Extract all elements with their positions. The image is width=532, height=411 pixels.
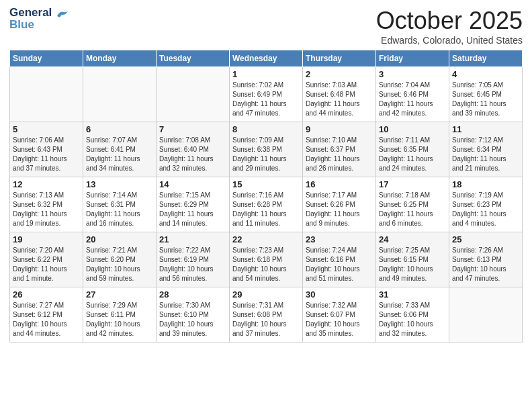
col-header-tuesday: Tuesday — [157, 50, 230, 67]
day-info: Sunrise: 7:15 AM Sunset: 6:29 PM Dayligh… — [159, 191, 226, 228]
day-info: Sunrise: 7:14 AM Sunset: 6:31 PM Dayligh… — [86, 191, 153, 228]
calendar-cell: 29Sunrise: 7:31 AM Sunset: 6:08 PM Dayli… — [230, 287, 303, 342]
day-number: 10 — [379, 124, 446, 134]
day-number: 4 — [452, 69, 519, 79]
day-info: Sunrise: 7:20 AM Sunset: 6:22 PM Dayligh… — [13, 246, 80, 283]
day-info: Sunrise: 7:11 AM Sunset: 6:35 PM Dayligh… — [379, 136, 446, 173]
day-info: Sunrise: 7:07 AM Sunset: 6:41 PM Dayligh… — [86, 136, 153, 173]
calendar-cell: 2Sunrise: 7:03 AM Sunset: 6:48 PM Daylig… — [303, 67, 376, 122]
day-number: 8 — [232, 124, 300, 134]
logo-blue: Blue — [9, 19, 52, 31]
day-number: 24 — [379, 234, 446, 244]
col-header-thursday: Thursday — [303, 50, 376, 67]
day-number: 11 — [452, 124, 519, 134]
day-number: 3 — [379, 69, 446, 79]
day-info: Sunrise: 7:02 AM Sunset: 6:49 PM Dayligh… — [232, 81, 300, 118]
calendar-cell: 24Sunrise: 7:25 AM Sunset: 6:15 PM Dayli… — [376, 232, 449, 287]
day-info: Sunrise: 7:23 AM Sunset: 6:18 PM Dayligh… — [232, 246, 300, 283]
day-info: Sunrise: 7:27 AM Sunset: 6:12 PM Dayligh… — [13, 301, 80, 338]
day-info: Sunrise: 7:24 AM Sunset: 6:16 PM Dayligh… — [306, 246, 373, 283]
day-number: 22 — [232, 234, 300, 244]
logo-general: General — [9, 7, 52, 19]
day-info: Sunrise: 7:09 AM Sunset: 6:38 PM Dayligh… — [232, 136, 300, 173]
calendar-cell: 7Sunrise: 7:08 AM Sunset: 6:40 PM Daylig… — [157, 122, 230, 177]
day-number: 14 — [159, 179, 226, 189]
calendar-cell: 6Sunrise: 7:07 AM Sunset: 6:41 PM Daylig… — [83, 122, 157, 177]
calendar-cell: 19Sunrise: 7:20 AM Sunset: 6:22 PM Dayli… — [10, 232, 83, 287]
month-title: October 2025 — [376, 7, 523, 35]
day-info: Sunrise: 7:31 AM Sunset: 6:08 PM Dayligh… — [232, 301, 300, 338]
day-number: 1 — [232, 69, 300, 79]
col-header-friday: Friday — [376, 50, 449, 67]
week-row-0: 1Sunrise: 7:02 AM Sunset: 6:49 PM Daylig… — [10, 67, 523, 122]
day-info: Sunrise: 7:06 AM Sunset: 6:43 PM Dayligh… — [13, 136, 80, 173]
day-info: Sunrise: 7:04 AM Sunset: 6:46 PM Dayligh… — [379, 81, 446, 118]
day-info: Sunrise: 7:16 AM Sunset: 6:28 PM Dayligh… — [232, 191, 300, 228]
day-number: 17 — [379, 179, 446, 189]
day-number: 9 — [306, 124, 373, 134]
day-number: 25 — [452, 234, 519, 244]
calendar-cell: 8Sunrise: 7:09 AM Sunset: 6:38 PM Daylig… — [230, 122, 303, 177]
col-header-wednesday: Wednesday — [230, 50, 303, 67]
calendar-cell: 30Sunrise: 7:32 AM Sunset: 6:07 PM Dayli… — [303, 287, 376, 342]
day-info: Sunrise: 7:32 AM Sunset: 6:07 PM Dayligh… — [306, 301, 373, 338]
calendar-cell — [449, 287, 523, 342]
calendar-cell: 11Sunrise: 7:12 AM Sunset: 6:34 PM Dayli… — [449, 122, 523, 177]
header: General Blue October 2025 Edwards, Color… — [9, 7, 523, 46]
day-info: Sunrise: 7:10 AM Sunset: 6:37 PM Dayligh… — [306, 136, 373, 173]
day-info: Sunrise: 7:22 AM Sunset: 6:19 PM Dayligh… — [159, 246, 226, 283]
day-info: Sunrise: 7:08 AM Sunset: 6:40 PM Dayligh… — [159, 136, 226, 173]
col-header-monday: Monday — [83, 50, 157, 67]
calendar-cell: 21Sunrise: 7:22 AM Sunset: 6:19 PM Dayli… — [157, 232, 230, 287]
calendar-cell: 31Sunrise: 7:33 AM Sunset: 6:06 PM Dayli… — [376, 287, 449, 342]
day-info: Sunrise: 7:13 AM Sunset: 6:32 PM Dayligh… — [13, 191, 80, 228]
day-number: 20 — [86, 234, 153, 244]
day-info: Sunrise: 7:18 AM Sunset: 6:25 PM Dayligh… — [379, 191, 446, 228]
logo-bird-icon — [54, 9, 69, 23]
calendar-table: SundayMondayTuesdayWednesdayThursdayFrid… — [9, 50, 523, 342]
day-number: 16 — [306, 179, 373, 189]
day-info: Sunrise: 7:25 AM Sunset: 6:15 PM Dayligh… — [379, 246, 446, 283]
day-info: Sunrise: 7:30 AM Sunset: 6:10 PM Dayligh… — [159, 301, 226, 338]
calendar-cell: 4Sunrise: 7:05 AM Sunset: 6:45 PM Daylig… — [449, 67, 523, 122]
day-number: 27 — [86, 289, 153, 300]
day-info: Sunrise: 7:03 AM Sunset: 6:48 PM Dayligh… — [306, 81, 373, 118]
day-number: 5 — [13, 124, 80, 134]
col-header-saturday: Saturday — [449, 50, 523, 67]
calendar-cell: 13Sunrise: 7:14 AM Sunset: 6:31 PM Dayli… — [83, 177, 157, 232]
calendar-cell: 9Sunrise: 7:10 AM Sunset: 6:37 PM Daylig… — [303, 122, 376, 177]
day-number: 7 — [159, 124, 226, 134]
day-info: Sunrise: 7:05 AM Sunset: 6:45 PM Dayligh… — [452, 81, 519, 118]
calendar-cell: 27Sunrise: 7:29 AM Sunset: 6:11 PM Dayli… — [83, 287, 157, 342]
day-number: 29 — [232, 289, 300, 300]
calendar-cell: 1Sunrise: 7:02 AM Sunset: 6:49 PM Daylig… — [230, 67, 303, 122]
day-number: 28 — [159, 289, 226, 300]
calendar-cell — [83, 67, 157, 122]
day-number: 13 — [86, 179, 153, 189]
day-number: 2 — [306, 69, 373, 79]
calendar-cell: 12Sunrise: 7:13 AM Sunset: 6:32 PM Dayli… — [10, 177, 83, 232]
calendar-cell: 20Sunrise: 7:21 AM Sunset: 6:20 PM Dayli… — [83, 232, 157, 287]
week-row-2: 12Sunrise: 7:13 AM Sunset: 6:32 PM Dayli… — [10, 177, 523, 232]
calendar-cell: 23Sunrise: 7:24 AM Sunset: 6:16 PM Dayli… — [303, 232, 376, 287]
calendar-cell: 14Sunrise: 7:15 AM Sunset: 6:29 PM Dayli… — [157, 177, 230, 232]
calendar-cell: 3Sunrise: 7:04 AM Sunset: 6:46 PM Daylig… — [376, 67, 449, 122]
day-number: 19 — [13, 234, 80, 244]
day-number: 21 — [159, 234, 226, 244]
day-info: Sunrise: 7:19 AM Sunset: 6:23 PM Dayligh… — [452, 191, 519, 228]
day-number: 12 — [13, 179, 80, 189]
week-row-1: 5Sunrise: 7:06 AM Sunset: 6:43 PM Daylig… — [10, 122, 523, 177]
day-number: 18 — [452, 179, 519, 189]
day-info: Sunrise: 7:33 AM Sunset: 6:06 PM Dayligh… — [379, 301, 446, 338]
location: Edwards, Colorado, United States — [376, 35, 523, 46]
week-row-3: 19Sunrise: 7:20 AM Sunset: 6:22 PM Dayli… — [10, 232, 523, 287]
calendar-cell: 22Sunrise: 7:23 AM Sunset: 6:18 PM Dayli… — [230, 232, 303, 287]
header-row: SundayMondayTuesdayWednesdayThursdayFrid… — [10, 50, 523, 67]
day-number: 6 — [86, 124, 153, 134]
calendar-cell: 18Sunrise: 7:19 AM Sunset: 6:23 PM Dayli… — [449, 177, 523, 232]
day-info: Sunrise: 7:12 AM Sunset: 6:34 PM Dayligh… — [452, 136, 519, 173]
week-row-4: 26Sunrise: 7:27 AM Sunset: 6:12 PM Dayli… — [10, 287, 523, 342]
day-number: 23 — [306, 234, 373, 244]
day-number: 26 — [13, 289, 80, 300]
calendar-cell: 15Sunrise: 7:16 AM Sunset: 6:28 PM Dayli… — [230, 177, 303, 232]
